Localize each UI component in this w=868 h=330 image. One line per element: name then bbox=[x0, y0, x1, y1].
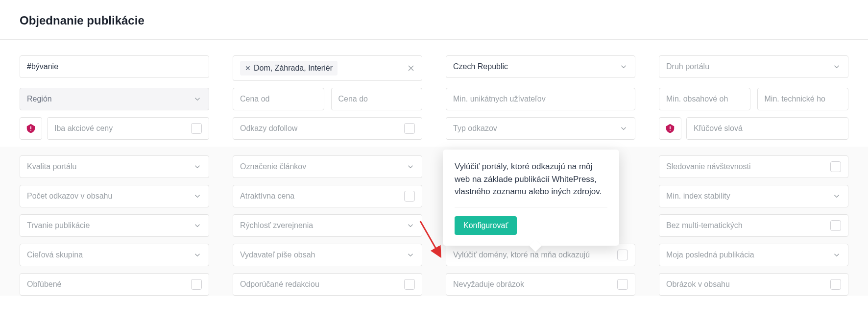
price-from-field[interactable] bbox=[240, 95, 317, 103]
chevron-down-icon bbox=[193, 192, 202, 201]
chevron-down-icon bbox=[832, 192, 841, 201]
attractive-price-toggle[interactable]: Atraktívna cena bbox=[233, 185, 422, 207]
promo-prices-toggle[interactable]: Iba akciové ceny bbox=[47, 117, 209, 140]
exclude-domains-toggle[interactable]: Vylúčiť domény, ktoré na mňa odkazujú bbox=[446, 244, 635, 266]
min-tech-input[interactable] bbox=[757, 88, 849, 110]
checkbox[interactable] bbox=[830, 279, 841, 290]
clear-icon[interactable] bbox=[406, 63, 416, 73]
checkbox[interactable] bbox=[404, 191, 415, 202]
target-group-placeholder: Cieľová skupina bbox=[27, 251, 193, 259]
chevron-down-icon bbox=[406, 221, 415, 230]
country-value: Czech Republic bbox=[453, 62, 619, 71]
portal-type-placeholder: Druh portálu bbox=[666, 62, 832, 71]
min-content-input[interactable] bbox=[659, 88, 750, 110]
last-pub-placeholder: Moja posledná publikácia bbox=[666, 251, 832, 259]
chip-label: Dom, Záhrada, Interiér bbox=[254, 64, 333, 73]
exclude-domains-placeholder: Vylúčiť domény, ktoré na mňa odkazujú bbox=[453, 250, 613, 260]
chevron-down-icon bbox=[406, 251, 415, 259]
marking-placeholder: Označenie článkov bbox=[240, 162, 406, 171]
checkbox[interactable] bbox=[191, 279, 202, 290]
category-chip: ✕ Dom, Záhrada, Interiér bbox=[240, 61, 338, 76]
speed-placeholder: Rýchlosť zverejnenia bbox=[240, 221, 406, 230]
link-count-select[interactable]: Počet odkazov v obsahu bbox=[20, 185, 209, 207]
filter-row-5: Počet odkazov v obsahu Atraktívna cena M… bbox=[20, 185, 848, 207]
duration-select[interactable]: Trvanie publikácie bbox=[20, 214, 209, 237]
checkbox[interactable] bbox=[830, 161, 841, 172]
tooltip-text: Vylúčiť portály, ktoré odkazujú na môj w… bbox=[455, 160, 607, 207]
min-tech-field[interactable] bbox=[765, 95, 842, 103]
attractive-price-placeholder: Atraktívna cena bbox=[240, 192, 400, 201]
dofollow-placeholder: Odkazy dofollow bbox=[240, 124, 400, 133]
chevron-down-icon bbox=[193, 251, 202, 259]
no-image-toggle[interactable]: Nevyžaduje obrázok bbox=[446, 273, 635, 296]
image-in-content-placeholder: Obrázok v obsahu bbox=[666, 280, 826, 289]
last-publication-select[interactable]: Moja posledná publikácia bbox=[659, 244, 848, 266]
quality-placeholder: Kvalita portálu bbox=[27, 162, 193, 171]
quality-select[interactable]: Kvalita portálu bbox=[20, 155, 209, 178]
gear-alert-icon[interactable] bbox=[659, 117, 681, 140]
publisher-writes-placeholder: Vydavateľ píše obsah bbox=[240, 251, 406, 259]
filter-row-2: Región bbox=[20, 88, 848, 110]
no-multi-placeholder: Bez multi-tematických bbox=[666, 221, 826, 230]
min-users-input[interactable] bbox=[446, 88, 635, 110]
min-users-field[interactable] bbox=[453, 95, 628, 103]
link-type-placeholder: Typ odkazov bbox=[453, 124, 619, 133]
marking-select[interactable]: Označenie článkov bbox=[233, 155, 422, 178]
checkbox[interactable] bbox=[191, 123, 202, 134]
checkbox[interactable] bbox=[617, 279, 628, 290]
region-placeholder: Región bbox=[27, 95, 193, 103]
checkbox[interactable] bbox=[404, 279, 415, 290]
promo-placeholder: Iba akciové ceny bbox=[54, 124, 187, 133]
recommended-placeholder: Odporúčané redakciou bbox=[240, 280, 400, 289]
country-select[interactable]: Czech Republic bbox=[446, 55, 635, 78]
tracking-toggle[interactable]: Sledovanie návštevnosti bbox=[659, 155, 848, 178]
category-multiselect[interactable]: ✕ Dom, Záhrada, Interiér bbox=[233, 55, 422, 81]
search-input-wrap[interactable] bbox=[20, 55, 209, 78]
no-multi-toggle[interactable]: Bez multi-tematických bbox=[659, 214, 848, 237]
min-content-field[interactable] bbox=[666, 95, 743, 103]
chevron-down-icon bbox=[406, 162, 415, 171]
chip-remove-icon[interactable]: ✕ bbox=[245, 64, 251, 72]
price-from-input[interactable] bbox=[233, 88, 324, 110]
filter-row-8: Obľúbené Odporúčané redakciou Nevyžaduje… bbox=[20, 273, 848, 296]
checkbox[interactable] bbox=[830, 220, 841, 231]
chevron-down-icon bbox=[832, 251, 841, 259]
gear-alert-icon[interactable] bbox=[20, 117, 42, 140]
portal-type-select[interactable]: Druh portálu bbox=[659, 55, 848, 78]
target-group-select[interactable]: Cieľová skupina bbox=[20, 244, 209, 266]
checkbox[interactable] bbox=[617, 250, 628, 260]
publisher-writes-select[interactable]: Vydavateľ píše obsah bbox=[233, 244, 422, 266]
advanced-filters-section: Kvalita portálu Označenie článkov Vyl bbox=[0, 147, 868, 296]
recommended-toggle[interactable]: Odporúčané redakciou bbox=[233, 273, 422, 296]
keywords-input[interactable] bbox=[686, 117, 848, 140]
link-type-select[interactable]: Typ odkazov bbox=[446, 117, 635, 140]
no-image-placeholder: Nevyžaduje obrázok bbox=[453, 280, 613, 289]
favorite-placeholder: Obľúbené bbox=[27, 280, 187, 289]
index-stability-select[interactable]: Min. index stability bbox=[659, 185, 848, 207]
page-header: Objednanie publikácie bbox=[0, 0, 868, 40]
chevron-down-icon bbox=[619, 62, 628, 71]
search-input[interactable] bbox=[27, 62, 202, 71]
link-count-placeholder: Počet odkazov v obsahu bbox=[27, 192, 193, 201]
filter-row-1: ✕ Dom, Záhrada, Interiér Czech Republic … bbox=[20, 55, 848, 81]
tracking-placeholder: Sledovanie návštevnosti bbox=[666, 162, 826, 171]
keywords-field[interactable] bbox=[694, 124, 841, 133]
configure-button[interactable]: Konfigurovať bbox=[455, 216, 517, 235]
price-to-field[interactable] bbox=[338, 95, 415, 103]
chevron-down-icon bbox=[193, 95, 202, 103]
favorite-toggle[interactable]: Obľúbené bbox=[20, 273, 209, 296]
checkbox[interactable] bbox=[404, 123, 415, 134]
chevron-down-icon bbox=[619, 124, 628, 133]
region-select[interactable]: Región bbox=[20, 88, 209, 110]
filters-container: ✕ Dom, Záhrada, Interiér Czech Republic … bbox=[0, 40, 868, 312]
filter-row-3: Iba akciové ceny Odkazy dofollow Typ odk… bbox=[20, 117, 848, 140]
speed-select[interactable]: Rýchlosť zverejnenia bbox=[233, 214, 422, 237]
price-to-input[interactable] bbox=[331, 88, 423, 110]
exclude-domains-tooltip: Vylúčiť portály, ktoré odkazujú na môj w… bbox=[443, 150, 619, 246]
image-in-content-toggle[interactable]: Obrázok v obsahu bbox=[659, 273, 848, 296]
annotation-arrow-icon bbox=[417, 219, 447, 263]
duration-placeholder: Trvanie publikácie bbox=[27, 221, 193, 230]
page-title: Objednanie publikácie bbox=[20, 14, 848, 27]
dofollow-toggle[interactable]: Odkazy dofollow bbox=[233, 117, 422, 140]
index-stability-placeholder: Min. index stability bbox=[666, 192, 832, 201]
